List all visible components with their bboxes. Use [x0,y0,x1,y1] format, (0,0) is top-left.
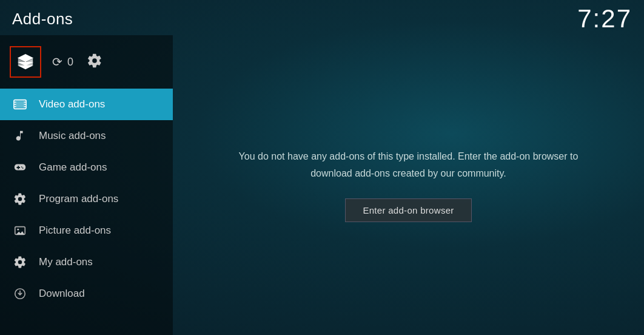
sidebar-program-label: Program add-ons [39,193,118,205]
sidebar-toolbar: ⟳ 0 [0,40,173,89]
sidebar-item-myaddon[interactable]: My add-ons [0,246,173,278]
main-layout: ⟳ 0 [0,35,644,335]
myaddon-icon [12,254,28,270]
empty-state-message: You do not have any add-ons of this type… [239,148,579,181]
settings-button[interactable] [84,53,102,71]
svg-rect-2 [15,101,25,108]
picture-icon [12,223,28,239]
clock: 7:27 [577,4,632,33]
sidebar: ⟳ 0 [0,35,173,335]
download-icon [12,286,28,302]
sidebar-download-label: Download [39,288,85,300]
sidebar-item-program[interactable]: Program add-ons [0,183,173,215]
sidebar-item-video[interactable]: Video add-ons [0,89,173,120]
sidebar-picture-label: Picture add-ons [39,225,111,237]
enter-browser-button[interactable]: Enter add-on browser [345,198,471,222]
program-icon [12,191,28,207]
sidebar-item-download[interactable]: Download [0,278,173,310]
music-icon [12,128,28,144]
sidebar-music-label: Music add-ons [39,130,106,142]
sidebar-item-picture[interactable]: Picture add-ons [0,215,173,246]
header: Add-ons 7:27 [0,0,644,35]
addon-box-button[interactable] [10,46,41,78]
video-icon [12,96,28,112]
sidebar-item-game[interactable]: Game add-ons [0,152,173,183]
game-icon [12,160,28,175]
main-content: You do not have any add-ons of this type… [173,35,644,335]
update-count: 0 [67,56,73,69]
sidebar-myaddon-label: My add-ons [39,256,93,268]
sidebar-video-label: Video add-ons [39,98,105,110]
svg-point-10 [17,229,19,231]
update-area: ⟳ 0 [52,55,73,69]
sidebar-game-label: Game add-ons [39,161,107,174]
page-title: Add-ons [12,10,73,29]
sidebar-item-music[interactable]: Music add-ons [0,120,173,152]
refresh-icon: ⟳ [52,55,62,69]
